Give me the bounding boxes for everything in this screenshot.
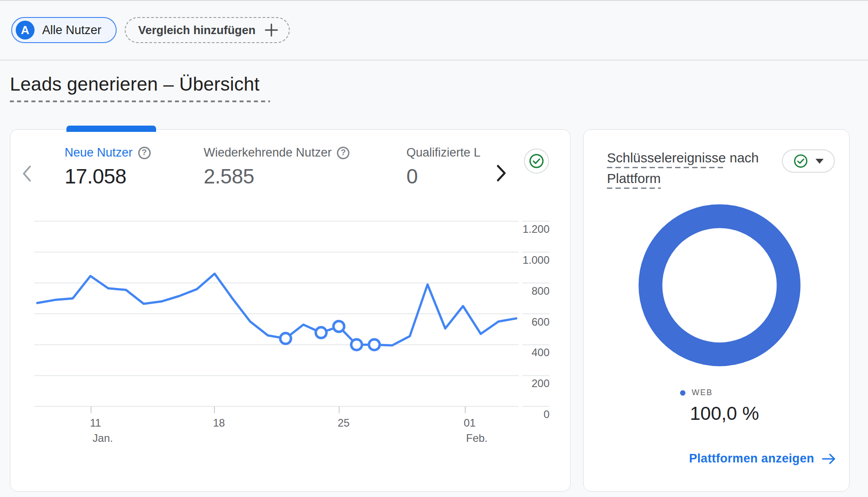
x-axis-day-label: 01 — [464, 417, 476, 429]
legend-label: WEB — [692, 388, 713, 397]
comparison-bar: A Alle Nutzer Vergleich hinzufügen — [11, 17, 290, 43]
x-axis-month-label: Jan. — [92, 432, 113, 444]
add-comparison-label: Vergleich hinzufügen — [138, 23, 255, 37]
data-point-marker — [351, 339, 362, 350]
ga4-overview-page: { "comparison_bar": { "all_users_chip": … — [0, 0, 868, 497]
y-axis-tick-label: 1.000 — [523, 254, 550, 266]
data-point-marker — [369, 339, 379, 350]
y-axis-tick-label: 0 — [544, 408, 550, 420]
card-title-term[interactable]: Plattform — [607, 171, 661, 189]
y-axis-tick-label: 800 — [532, 285, 550, 297]
header-separator — [0, 60, 868, 61]
card-title-term[interactable]: Schlüsselereignisse — [607, 150, 726, 168]
y-axis-tick-label: 1.200 — [523, 223, 550, 235]
y-axis-tick-label: 600 — [532, 316, 550, 328]
segment-avatar: A — [16, 21, 35, 39]
legend-percentage: 100,0 % — [690, 403, 759, 424]
x-axis-day-label: 11 — [90, 417, 101, 429]
y-axis-tick-label: 200 — [532, 377, 550, 389]
data-point-marker — [333, 321, 344, 332]
donut-legend: WEB 100,0 % — [680, 388, 759, 424]
platform-donut-chart[interactable] — [634, 200, 805, 371]
x-axis-day-label: 18 — [213, 417, 225, 429]
card-title[interactable]: Schlüsselereignisse nach Plattform — [607, 148, 759, 189]
legend-dot-web — [680, 390, 685, 396]
add-comparison-chip[interactable]: Vergleich hinzufügen — [125, 17, 289, 43]
chevron-down-icon — [816, 159, 824, 164]
all-users-chip-label: Alle Nutzer — [42, 23, 101, 37]
new-users-line-chart[interactable]: 1.2001.000800600400200011Jan.182501Feb. — [10, 130, 571, 491]
key-events-platform-card: Schlüsselereignisse nach Plattform WEB 1… — [583, 129, 850, 492]
all-users-chip[interactable]: A Alle Nutzer — [11, 17, 117, 43]
x-axis-month-label: Feb. — [466, 432, 488, 444]
data-quality-dropdown-button[interactable] — [782, 149, 835, 173]
right-arrow-icon — [821, 453, 837, 465]
metrics-line-chart-card: Neue Nutzer ? 17.058 Wiederkehrende Nutz… — [10, 129, 571, 492]
line-series-new-users — [37, 274, 516, 345]
top-hairline — [0, 0, 868, 1]
plus-icon — [264, 22, 279, 38]
data-point-marker — [316, 327, 327, 338]
view-platforms-link[interactable]: Plattformen anzeigen — [689, 452, 837, 466]
y-axis-tick-label: 400 — [532, 346, 550, 358]
green-check-circle-icon — [793, 153, 808, 169]
page-title-dashed-underline — [10, 100, 270, 102]
page-title[interactable]: Leads generieren – Übersicht — [10, 74, 260, 95]
data-point-marker — [280, 333, 291, 344]
x-axis-day-label: 25 — [338, 417, 350, 429]
